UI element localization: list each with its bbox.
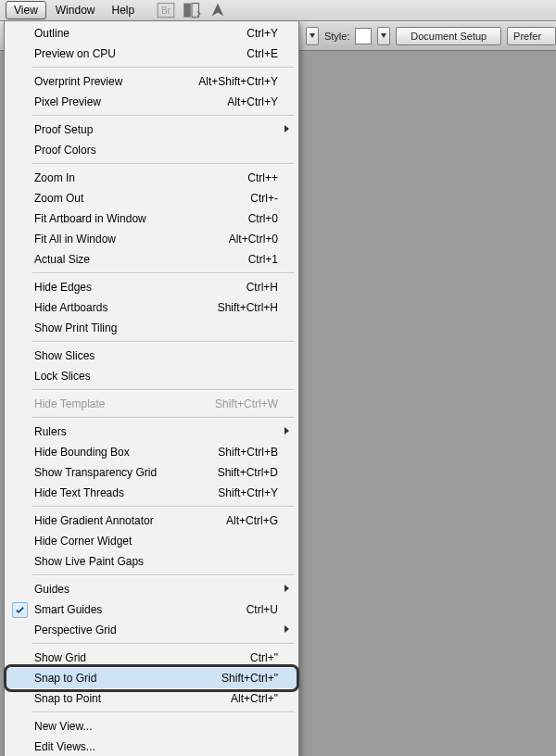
menu-hide-template: Hide TemplateShift+Ctrl+W [6,394,297,414]
menu-outline[interactable]: OutlineCtrl+Y [6,23,297,44]
menu-proof-setup-label: Proof Setup [34,123,278,136]
menu-rulers-label: Rulers [34,425,278,438]
menu-fit-artboard-label: Fit Artboard in Window [34,212,248,225]
menu-hide-template-shortcut: Shift+Ctrl+W [215,397,278,410]
menu-separator [32,67,295,69]
menu-show-grid-shortcut: Ctrl+" [250,651,278,664]
menu-hide-bb-label: Hide Bounding Box [34,446,218,459]
svg-rect-2 [183,4,191,18]
menu-show-live-paint-gaps[interactable]: Show Live Paint Gaps [6,551,297,572]
menu-window-label: Window [56,4,95,17]
menu-zoom-out[interactable]: Zoom OutCtrl+- [6,188,297,208]
preferences-button[interactable]: Prefer [507,27,556,45]
menu-show-print-tiling[interactable]: Show Print Tiling [6,318,297,338]
menu-overprint-preview[interactable]: Overprint PreviewAlt+Shift+Ctrl+Y [6,71,297,92]
submenu-arrow-icon [284,427,289,435]
menu-hide-gradient-annotator[interactable]: Hide Gradient AnnotatorAlt+Ctrl+G [6,510,297,531]
menu-rulers[interactable]: Rulers [6,422,297,442]
menu-show-slices[interactable]: Show Slices [6,346,297,366]
menu-show-grid[interactable]: Show GridCtrl+" [6,648,297,668]
menu-view-label: View [14,4,38,17]
menu-help-label: Help [111,4,134,17]
menu-preview-cpu-shortcut: Ctrl+E [246,47,278,60]
menu-outline-shortcut: Ctrl+Y [246,27,278,40]
menu-snap-to-grid-shortcut: Shift+Ctrl+" [221,672,278,685]
menu-show-grid-label: Show Grid [34,651,250,664]
menu-pixel-preview[interactable]: Pixel PreviewAlt+Ctrl+Y [6,92,297,112]
menu-perspective-grid-label: Perspective Grid [34,624,278,636]
menu-separator [32,643,295,645]
menu-pixel-label: Pixel Preview [34,95,227,108]
menu-show-lpg-label: Show Live Paint Gaps [34,555,278,568]
submenu-arrow-icon [284,125,289,132]
menu-separator [32,115,295,117]
menu-separator [32,389,295,391]
menu-preview-cpu[interactable]: Preview on CPUCtrl+E [6,44,297,64]
menu-fit-all-shortcut: Alt+Ctrl+0 [229,233,278,246]
menu-actual-size-label: Actual Size [34,253,248,266]
menu-zoom-out-label: Zoom Out [34,192,250,205]
menu-hide-artboards[interactable]: Hide ArtboardsShift+Ctrl+H [6,297,297,318]
submenu-arrow-icon [284,585,289,592]
menu-hide-artboards-label: Hide Artboards [34,301,218,314]
svg-text:Br: Br [161,6,171,16]
menu-separator [32,341,295,343]
menu-snap-to-point-label: Snap to Point [34,692,231,705]
menu-actual-size[interactable]: Actual SizeCtrl+1 [6,249,297,270]
gpu-rocket-icon[interactable] [208,3,227,18]
menu-snap-to-grid[interactable]: Snap to GridShift+Ctrl+" [6,668,297,688]
menu-snap-to-point[interactable]: Snap to PointAlt+Ctrl+" [6,688,297,709]
style-dropdown-button[interactable] [377,27,390,45]
menu-zoom-in[interactable]: Zoom InCtrl++ [6,168,297,188]
menu-hide-template-label: Hide Template [34,397,215,410]
toolbar-dropdown-button[interactable] [306,27,319,45]
menu-overprint-label: Overprint Preview [34,75,198,88]
menu-smart-guides[interactable]: Smart GuidesCtrl+U [6,599,297,620]
menu-proof-setup[interactable]: Proof Setup [6,120,297,140]
menu-show-tg-shortcut: Shift+Ctrl+D [218,466,278,479]
menu-separator [32,417,295,419]
bridge-icon[interactable]: Br [157,3,175,18]
menu-hide-corner-widget[interactable]: Hide Corner Widget [6,531,297,551]
menu-new-view-label: New View... [34,720,278,733]
document-setup-button[interactable]: Document Setup [396,27,501,45]
menu-hide-text-threads[interactable]: Hide Text ThreadsShift+Ctrl+Y [6,483,297,503]
menu-hide-ga-shortcut: Alt+Ctrl+G [226,514,278,527]
menu-show-transparency-grid[interactable]: Show Transparency GridShift+Ctrl+D [6,462,297,483]
menu-separator [32,712,295,713]
menu-show-tg-label: Show Transparency Grid [34,466,218,479]
menu-lock-slices[interactable]: Lock Slices [6,366,297,386]
menu-guides[interactable]: Guides [6,579,297,599]
menu-pixel-shortcut: Alt+Ctrl+Y [227,95,278,108]
menu-edit-views-label: Edit Views... [34,740,278,753]
menu-snap-to-point-shortcut: Alt+Ctrl+" [231,692,278,705]
menu-hide-edges[interactable]: Hide EdgesCtrl+H [6,277,297,297]
menu-hide-tt-shortcut: Shift+Ctrl+Y [218,486,278,499]
menu-fit-artboard[interactable]: Fit Artboard in WindowCtrl+0 [6,208,297,229]
menu-hide-bb-shortcut: Shift+Ctrl+B [218,446,278,459]
menu-zoom-in-shortcut: Ctrl++ [247,171,278,184]
menu-fit-all[interactable]: Fit All in WindowAlt+Ctrl+0 [6,229,297,249]
menu-hide-tt-label: Hide Text Threads [34,486,218,499]
menubar: View Window Help Br [0,0,556,21]
menu-edit-views[interactable]: Edit Views... [6,737,297,756]
menu-hide-cw-label: Hide Corner Widget [34,535,278,548]
view-menu-dropdown: OutlineCtrl+Y Preview on CPUCtrl+E Overp… [4,20,299,756]
menu-proof-colors[interactable]: Proof Colors [6,140,297,160]
menu-actual-size-shortcut: Ctrl+1 [248,253,278,266]
menu-fit-all-label: Fit All in Window [34,233,229,246]
menu-new-view[interactable]: New View... [6,716,297,737]
menu-hide-bounding-box[interactable]: Hide Bounding BoxShift+Ctrl+B [6,442,297,462]
menu-view[interactable]: View [6,1,46,19]
menu-hide-artboards-shortcut: Shift+Ctrl+H [218,301,278,314]
arrange-documents-icon[interactable] [183,3,201,18]
menu-snap-to-grid-label: Snap to Grid [34,672,221,685]
menu-zoom-out-shortcut: Ctrl+- [250,192,278,205]
style-swatch[interactable] [355,28,372,44]
menu-preview-cpu-label: Preview on CPU [34,47,246,60]
menu-help[interactable]: Help [104,0,142,20]
menu-perspective-grid[interactable]: Perspective Grid [6,620,297,640]
menu-window[interactable]: Window [48,0,103,20]
menu-hide-edges-label: Hide Edges [34,281,246,294]
menu-hide-ga-label: Hide Gradient Annotator [34,514,226,527]
